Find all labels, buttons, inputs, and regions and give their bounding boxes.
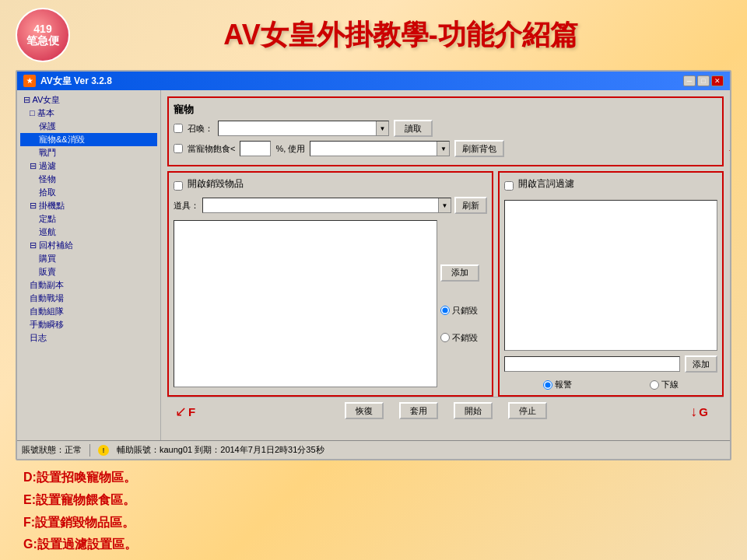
logo: 419 笔急便 [16, 8, 70, 62]
feed-item-input[interactable] [310, 142, 437, 156]
only-destroy-radio[interactable] [440, 306, 450, 315]
footer-f: F:設置銷毀物品區。 [23, 512, 724, 534]
tool-row: 道具： ▼ 刷新 [174, 197, 487, 214]
close-button[interactable]: ✕ [711, 75, 724, 86]
sidebar-item-avqueen[interactable]: ⊟ AV女皇 [20, 93, 157, 107]
sidebar-item-basic[interactable]: □ 基本 [20, 107, 157, 120]
refresh-backpack-button[interactable]: 刷新背包 [454, 140, 504, 157]
feed-value-input[interactable] [240, 141, 271, 156]
offline-radio[interactable] [650, 380, 659, 390]
summon-read-button[interactable]: 讀取 [394, 120, 433, 137]
sidebar-item-auto-team[interactable]: 自動組隊 [20, 305, 157, 318]
feed-row: 當寵物飽食< %, 使用 ▼ 刷新背包 → E [174, 140, 717, 157]
sidebar-item-monster[interactable]: 怪物 [20, 173, 157, 186]
sidebar-item-auto-battle[interactable]: 自動戰場 [20, 292, 157, 305]
logo-text: 419 笔急便 [26, 23, 59, 47]
filter-text-input[interactable] [504, 356, 680, 372]
filter-panel: 開啟言詞過濾 添加 報警 [498, 171, 724, 397]
main-title: AV女皇外掛教學-功能介紹篇 [70, 16, 731, 54]
title-icon: ★ [23, 75, 36, 87]
pet-panel: 寵物 召喚： ▼ 讀取 → D [167, 96, 724, 166]
footer-d: D:設置招喚寵物區。 [23, 467, 724, 489]
account-status: 賬號狀態：正常 [22, 444, 82, 456]
minimize-button[interactable]: ─ [683, 75, 696, 86]
destroy-body: 添加 只銷毀 不銷毀 [174, 217, 487, 390]
filter-list [504, 200, 717, 351]
destroy-checkbox[interactable] [174, 181, 183, 191]
sidebar-item-battle[interactable]: 戰鬥 [20, 146, 157, 159]
only-destroy-radio-label: 只銷毀 [440, 305, 487, 317]
offline-label: 下線 [661, 379, 679, 390]
app-window: ★ AV女皇 Ver 3.2.8 ─ □ ✕ ⊟ AV女皇 □ 基本 保護 寵物… [16, 70, 731, 460]
sidebar-item-pet-destroy[interactable]: 寵物&&消毀 [20, 133, 157, 146]
sidebar-item-fixed[interactable]: 定點 [20, 212, 157, 226]
stop-button[interactable]: 停止 [508, 402, 547, 419]
add-filter-button[interactable]: 添加 [685, 355, 717, 373]
sidebar-item-village[interactable]: ⊟ 回村補給 [20, 239, 157, 252]
status-divider [89, 444, 90, 457]
sidebar: ⊟ AV女皇 □ 基本 保護 寵物&&消毀 戰鬥 ⊟ 過濾 怪物 拾取 ⊟ 掛機… [17, 90, 161, 440]
report-radio[interactable] [543, 380, 552, 390]
sidebar-item-hangpoint[interactable]: ⊟ 掛機點 [20, 199, 157, 212]
add-destroy-button[interactable]: 添加 [440, 264, 479, 282]
footer-g: G:設置過濾設置區。 [23, 534, 724, 556]
status-bar: 賬號狀態：正常 ! 輔助賬號：kaung01 到期：2014年7月1日2時31分… [17, 440, 730, 459]
summon-input[interactable] [219, 121, 376, 135]
sidebar-item-protect[interactable]: 保護 [20, 120, 157, 133]
filter-checkbox[interactable] [504, 181, 514, 191]
destroy-options: 添加 只銷毀 不銷毀 [440, 217, 487, 390]
report-label: 報警 [555, 379, 572, 390]
title-left: ★ AV女皇 Ver 3.2.8 [23, 75, 112, 88]
annotation-g: ↓ G [690, 404, 708, 420]
destroy-list-area [174, 217, 437, 390]
tool-dropdown-arrow[interactable]: ▼ [438, 198, 451, 212]
destroy-panel: 開啟銷毀物品 道具： ▼ 刷新 [167, 171, 493, 397]
feed-checkbox[interactable] [174, 144, 183, 153]
destroy-title: 開啟銷毀物品 [188, 177, 244, 191]
feed-combo[interactable]: ▼ [310, 141, 450, 156]
helper-account-info: 輔助賬號：kaung01 到期：2014年7月1日2時31分35秒 [117, 444, 324, 456]
pet-section-title: 寵物 [174, 103, 717, 117]
destroy-refresh-button[interactable]: 刷新 [454, 197, 487, 214]
window-body: ⊟ AV女皇 □ 基本 保護 寵物&&消毀 戰鬥 ⊟ 過濾 怪物 拾取 ⊟ 掛機… [17, 90, 730, 440]
window-titlebar: ★ AV女皇 Ver 3.2.8 ─ □ ✕ [17, 72, 730, 90]
background: 419 笔急便 AV女皇外掛教學-功能介紹篇 ★ AV女皇 Ver 3.2.8 … [0, 0, 747, 560]
apply-button[interactable]: 套用 [399, 402, 438, 419]
footer-labels: D:設置招喚寵物區。 E:設置寵物餵食區。 F:設置銷毀物品區。 G:設置過濾設… [0, 460, 747, 560]
feed-unit: %, 使用 [275, 143, 305, 155]
sidebar-item-buy[interactable]: 購買 [20, 252, 157, 265]
sidebar-item-sell[interactable]: 販賣 [20, 265, 157, 278]
main-content: 寵物 召喚： ▼ 讀取 → D [161, 90, 730, 440]
restore-button[interactable]: 恢復 [345, 402, 384, 419]
summon-dropdown-arrow[interactable]: ▼ [376, 121, 388, 135]
not-destroy-label: 不銷毀 [452, 332, 478, 344]
sidebar-item-manual-teleport[interactable]: 手動瞬移 [20, 318, 157, 331]
filter-title: 開啟言詞過濾 [518, 177, 574, 191]
summon-label: 召喚： [188, 123, 213, 135]
sidebar-item-auto-dungeon[interactable]: 自動副本 [20, 278, 157, 292]
tool-combo[interactable]: ▼ [202, 198, 451, 213]
status-warning-icon: ! [98, 445, 109, 456]
lower-panels: 開啟銷毀物品 道具： ▼ 刷新 [167, 171, 724, 397]
annotation-f: ↙ F [175, 403, 195, 420]
summon-combo[interactable]: ▼ [218, 121, 389, 136]
tool-input[interactable] [203, 198, 438, 212]
not-destroy-radio-label: 不銷毀 [440, 332, 487, 344]
tool-label: 道具： [174, 200, 199, 212]
start-button[interactable]: 開始 [454, 402, 493, 419]
not-destroy-radio[interactable] [440, 333, 450, 342]
window-title: AV女皇 Ver 3.2.8 [40, 75, 112, 88]
filter-radio-row: 報警 下線 [504, 379, 717, 390]
sidebar-item-filter[interactable]: ⊟ 過濾 [20, 159, 157, 173]
sidebar-item-log[interactable]: 日志 [20, 331, 157, 345]
filter-header-row: 開啟言詞過濾 [504, 177, 717, 194]
feed-dropdown-arrow[interactable]: ▼ [437, 142, 449, 156]
destroy-list [174, 220, 437, 387]
sidebar-item-patrol[interactable]: 巡航 [20, 226, 157, 239]
maximize-button[interactable]: □ [697, 75, 710, 86]
summon-row: 召喚： ▼ 讀取 → D [174, 120, 717, 137]
summon-checkbox[interactable] [174, 124, 183, 133]
filter-input-row: 添加 [504, 355, 717, 373]
sidebar-item-pickup[interactable]: 拾取 [20, 186, 157, 199]
annotation-e: → E [727, 143, 730, 157]
